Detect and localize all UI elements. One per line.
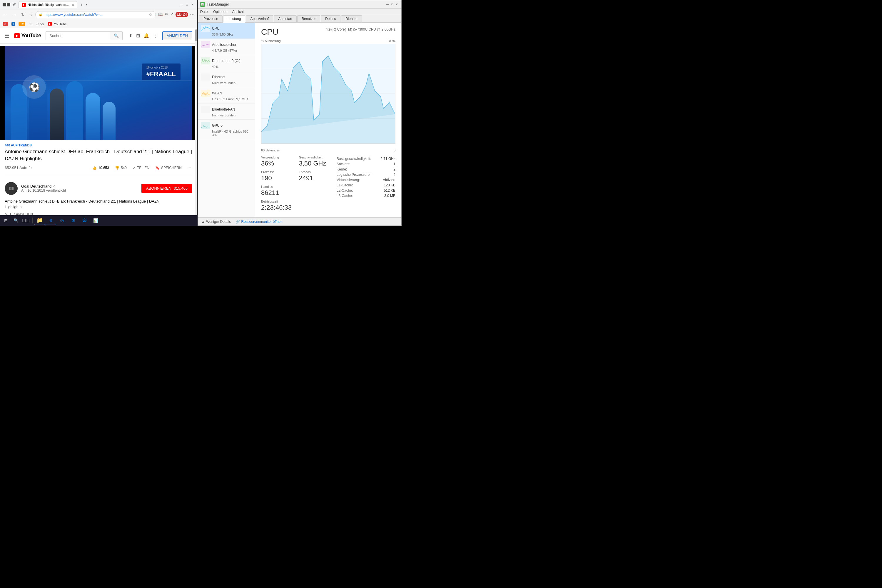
- task-view-btn[interactable]: ❑❑: [21, 216, 31, 225]
- tm-monitor-link[interactable]: 🔗 Ressourcenmonitor öffnen: [236, 220, 282, 224]
- tab-close-btn[interactable]: ✕: [72, 3, 74, 6]
- bookmark-s[interactable]: S: [3, 22, 8, 26]
- dislike-btn[interactable]: 👎 549: [114, 165, 128, 171]
- tm-left-panel: CPU 36% 3,50 GHz Arbeitsspeicher 4,5/7,9…: [198, 22, 255, 217]
- bookmark-i[interactable]: i: [12, 22, 15, 26]
- disk-mini-chart: [201, 57, 210, 64]
- bookmark-youtube[interactable]: ▶ YouTube: [48, 22, 67, 26]
- info-row-l1: L1-Cache: 128 KB: [337, 183, 395, 187]
- video-thumbnail[interactable]: 16 octobre 2018 #FRAALL: [5, 46, 192, 140]
- notification-icon[interactable]: LD 24: [176, 12, 188, 17]
- minimize-btn[interactable]: —: [179, 2, 184, 7]
- subscribe-btn[interactable]: ABONNIEREN 315.466: [141, 184, 192, 193]
- new-tab-btn[interactable]: +: [78, 2, 84, 7]
- yt-search-btn[interactable]: 🔍: [110, 32, 123, 40]
- tm-pct-label: % Auslastung 100%: [261, 39, 395, 43]
- info-row-logische-prozessoren: Logische Prozessoren: 4: [337, 172, 395, 177]
- publish-date: Am 16.10.2018 veröffentlicht: [21, 189, 138, 193]
- tm-list-ram[interactable]: Arbeitsspeicher 4,5/7,9 GB (57%): [198, 39, 255, 55]
- scrollbar-thumb[interactable]: [195, 29, 197, 41]
- taskbar-mail[interactable]: ✉: [68, 216, 78, 225]
- bluetooth-name: Bluetooth-PAN: [212, 107, 235, 111]
- taskbar-edge[interactable]: e: [46, 216, 56, 225]
- tm-list-gpu[interactable]: GPU 0 Intel(R) HD Graphics 6203%: [198, 120, 255, 140]
- back-btn[interactable]: ←: [2, 12, 9, 18]
- video-hashtag: #FRAALL: [146, 70, 176, 78]
- tm-stats-grid: Verwendung 36% Geschwindigkeit 3,50 GHz …: [261, 156, 331, 196]
- active-tab[interactable]: ▶ Nichts läuft flüssig nach de... ✕: [18, 1, 77, 8]
- channel-name[interactable]: Goal Deutschland ✓: [21, 184, 138, 189]
- tm-gpu-header: GPU 0: [201, 122, 252, 129]
- tm-tab-leistung[interactable]: Leistung: [223, 15, 245, 22]
- tm-list-ethernet[interactable]: Ethernet Nicht verbunden: [198, 71, 255, 87]
- tm-menu-datei[interactable]: Datei: [200, 10, 208, 14]
- tm-detail-header: CPU Intel(R) Core(TM) i5-7300U CPU @ 2.6…: [261, 27, 395, 37]
- address-bar: ← → ↻ ⌂ 🔒 https://www.youtube.com/watch?…: [0, 9, 197, 20]
- bookmark-tv[interactable]: TV: [18, 22, 25, 26]
- yt-signin-btn[interactable]: ANMELDEN: [162, 32, 192, 40]
- video-container: 16 octobre 2018 #FRAALL: [0, 46, 197, 140]
- more-options-icon[interactable]: ⋮: [153, 33, 158, 39]
- tm-tab-dienste[interactable]: Dienste: [341, 15, 362, 22]
- wlan-mini-chart: [201, 90, 210, 97]
- bookmark-endor[interactable]: Endor: [36, 22, 44, 26]
- tm-tab-benutzer[interactable]: Benutzer: [297, 15, 320, 22]
- tm-list-bluetooth[interactable]: Bluetooth-PAN Nicht verbunden: [198, 104, 255, 120]
- close-btn[interactable]: ✕: [190, 2, 195, 7]
- bell-icon[interactable]: 🔔: [144, 33, 149, 39]
- ram-mini-chart: [201, 41, 210, 48]
- home-btn[interactable]: ⌂: [28, 12, 33, 18]
- yt-logo[interactable]: ▶ YouTube: [14, 33, 41, 39]
- share-icon[interactable]: ↗: [170, 12, 174, 17]
- tm-time-end: 0: [394, 148, 395, 152]
- yt-page[interactable]: 16 octobre 2018 #FRAALL: [0, 44, 197, 226]
- taskbar-explorer[interactable]: 📁: [34, 216, 45, 225]
- url-box[interactable]: 🔒 https://www.youtube.com/watch?v=... ☆: [35, 11, 156, 18]
- taskbar-photos[interactable]: 🖼: [79, 216, 90, 225]
- tm-list-disk[interactable]: Datenträger 0 (C:) 42%: [198, 55, 255, 71]
- tm-list-wlan[interactable]: WLAN Ges.: 0,2 Empf.: 9,1 MBit: [198, 87, 255, 104]
- tm-tab-appverlauf[interactable]: App-Verlauf: [246, 15, 273, 22]
- ethernet-detail: Nicht verbunden: [212, 81, 252, 85]
- start-btn[interactable]: ⊞: [1, 216, 10, 225]
- taskbar-app5[interactable]: 📊: [90, 216, 101, 225]
- svg-rect-6: [201, 74, 210, 81]
- screenshot-icon[interactable]: ✏: [165, 12, 168, 17]
- tm-menu-ansicht[interactable]: Ansicht: [232, 10, 244, 14]
- monitor-icon: 🔗: [236, 220, 240, 224]
- more-btn[interactable]: ⋯: [186, 165, 192, 171]
- tm-less-details-btn[interactable]: ▲ Weniger Details: [201, 220, 231, 224]
- more-icon[interactable]: ⋯: [190, 12, 195, 17]
- bluetooth-mini-chart: [201, 106, 210, 113]
- upload-icon[interactable]: ⬆: [129, 33, 133, 39]
- scrollbar-track: [195, 29, 197, 215]
- like-btn[interactable]: 👍 10.653: [91, 165, 110, 171]
- taskbar-store[interactable]: 🛍: [57, 216, 68, 225]
- tm-maximize-btn[interactable]: □: [390, 2, 394, 6]
- forward-btn[interactable]: →: [11, 12, 18, 18]
- reader-icon[interactable]: 📖: [158, 12, 163, 17]
- save-btn[interactable]: 🔖 SPEICHERN: [154, 165, 183, 171]
- search-btn[interactable]: 🔍: [11, 216, 21, 225]
- tm-list-cpu[interactable]: CPU 36% 3,50 GHz: [198, 22, 255, 39]
- tm-menu-optionen[interactable]: Optionen: [213, 10, 228, 14]
- channel-avatar[interactable]: [5, 182, 18, 195]
- share-btn[interactable]: ↗ TEILEN: [131, 165, 150, 171]
- yt-search-input[interactable]: [46, 32, 110, 40]
- info-row-virtualisierung: Virtualisierung: Aktiviert: [337, 178, 395, 182]
- maximize-btn[interactable]: □: [184, 2, 189, 7]
- stat-geschwindigkeit: Geschwindigkeit 3,50 GHz: [299, 156, 331, 167]
- dislike-count: 549: [121, 166, 127, 170]
- tm-tab-prozesse[interactable]: Prozesse: [199, 15, 222, 22]
- grid-icon[interactable]: ⊞: [136, 33, 140, 39]
- subscriber-count: 315.466: [174, 186, 188, 190]
- yt-menu-icon[interactable]: ☰: [5, 33, 9, 39]
- tm-tab-details[interactable]: Details: [321, 15, 340, 22]
- tm-tab-autostart[interactable]: Autostart: [274, 15, 297, 22]
- save-label: SPEICHERN: [161, 166, 182, 170]
- tm-minimize-btn[interactable]: —: [386, 2, 390, 6]
- reload-btn[interactable]: ↻: [20, 12, 26, 18]
- tm-ram-header: Arbeitsspeicher: [201, 41, 252, 48]
- stat-handles: Handles 86211: [261, 185, 293, 196]
- tm-close-btn[interactable]: ✕: [395, 2, 399, 6]
